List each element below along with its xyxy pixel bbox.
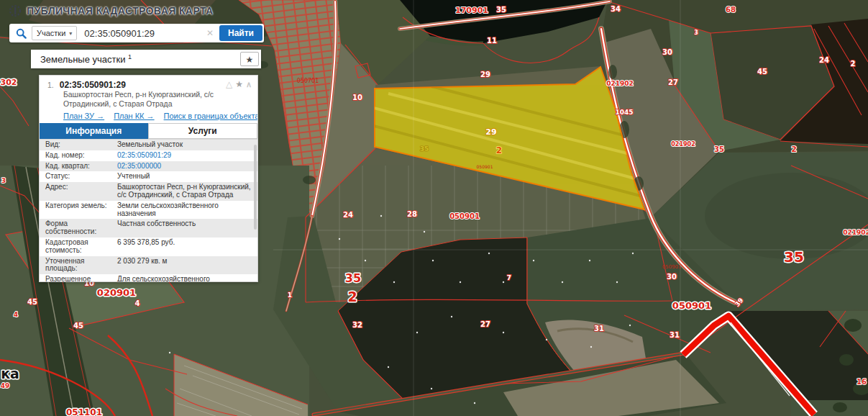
card-tabs: ИнформацияУслуги <box>40 123 257 140</box>
info-value: Земли сельскохозяйственного назначения <box>117 202 257 218</box>
map-label: 27 <box>668 78 678 86</box>
info-value: Башкортостан Респ, р-н Куюргазинский, с/… <box>117 184 257 199</box>
collapse-chevron-icon[interactable]: ∧ <box>246 80 252 89</box>
map-label: 35 <box>496 6 506 14</box>
map-label: 050901 <box>672 300 711 311</box>
plan-zu-link[interactable]: План ЗУ → <box>63 112 104 120</box>
info-label: Статус: <box>40 173 117 181</box>
map-label: 2 <box>851 60 856 68</box>
map-label: 021902 <box>843 229 868 236</box>
search-submit-button[interactable]: Найти <box>219 25 262 41</box>
map-label: 30 <box>662 48 672 56</box>
map-label: 170901 <box>455 6 488 15</box>
info-row: Кад. номер:02:35:050901:29 <box>40 150 257 161</box>
favorite-star-icon[interactable]: ★ <box>235 79 243 89</box>
info-row: Форма собственности:Частная собственност… <box>40 219 257 238</box>
info-row: Категория земель:Земли сельскохозяйствен… <box>40 201 257 220</box>
map-label: 4 <box>14 311 18 318</box>
info-value: Земельный участок <box>117 141 257 149</box>
search-category-dropdown[interactable]: Участки ▾ <box>32 26 77 40</box>
map-label: 3 <box>694 30 698 36</box>
map-label: 45 <box>73 322 83 330</box>
cadastral-link[interactable]: 02:35:050901:29 <box>117 152 257 160</box>
map-label: 35 <box>420 145 429 153</box>
map-label: 050901 <box>477 164 493 169</box>
search-icon[interactable] <box>16 28 27 39</box>
info-value: 2 030 279 кв. м <box>117 258 257 273</box>
tab-information[interactable]: Информация <box>40 123 148 139</box>
map-label: 34 <box>611 5 621 13</box>
info-label: Уточненная площадь: <box>40 258 117 273</box>
app-title: ПУБЛИЧНАЯ КАДАСТРОВАЯ КАРТА <box>27 5 214 17</box>
info-label: Кад. квартал: <box>40 163 117 171</box>
result-index: 1. <box>47 81 54 89</box>
map-label: 45 <box>757 68 767 76</box>
map-label: 45 <box>27 298 37 306</box>
info-value: Частная собственность <box>117 220 257 236</box>
clear-search-icon[interactable]: ✕ <box>206 28 214 38</box>
map-label: 050901 <box>662 264 682 270</box>
search-bar: Участки ▾ ✕ Найти <box>9 24 264 42</box>
info-label: Вид: <box>40 141 117 149</box>
map-label: 29 <box>485 127 496 137</box>
info-row: Вид:Земельный участок <box>40 140 257 150</box>
search-category-label: Участки <box>37 29 65 37</box>
parcel-address-line1: Башкортостан Респ, р-н Куюргазинский, с/… <box>63 90 252 99</box>
warning-triangle-icon[interactable]: △ <box>226 79 232 89</box>
info-table: Вид:Земельный участокКад. номер:02:35:05… <box>40 140 257 282</box>
map-label: ка <box>1 366 19 381</box>
results-panel-header: Земельные участки 1 ★ <box>31 50 261 68</box>
cadastral-number[interactable]: 02:35:050901:29 <box>60 80 126 90</box>
info-value: Учтенный <box>117 173 257 181</box>
chevron-down-icon: ▾ <box>69 30 72 37</box>
map-label: 28 <box>407 210 417 218</box>
map-label: 021902 <box>671 141 695 148</box>
map-label: 1045 <box>615 109 633 116</box>
map-label: 7 <box>507 274 511 281</box>
map-label: 051101 <box>66 407 102 416</box>
info-value: 6 395 378,85 руб. <box>117 239 257 255</box>
map-label: 31 <box>594 325 604 333</box>
info-label: Адрес: <box>40 184 117 199</box>
tab-services[interactable]: Услуги <box>148 123 258 139</box>
map-label: 4 <box>135 299 140 307</box>
map-label: 35 <box>784 248 804 266</box>
map-label: 32 <box>352 321 362 329</box>
map-label: 1 <box>288 291 292 299</box>
map-label: 16 <box>856 378 867 386</box>
info-row: Адрес:Башкортостан Респ, р-н Куюргазинск… <box>40 182 257 201</box>
map-label: 29 <box>480 71 490 78</box>
parcel-card: 1. 02:35:050901:29 △ ★ ∧ Башкортостан Ре… <box>39 75 258 282</box>
search-in-bounds-link[interactable]: Поиск в границах объекта → <box>164 112 258 120</box>
info-label: Кад. номер: <box>40 152 117 160</box>
map-label: 2 <box>791 145 797 154</box>
info-row: Разрешенное использование:Для сельскохоз… <box>40 274 257 282</box>
card-scrollbar[interactable] <box>254 145 257 230</box>
map-label: 35 <box>714 145 724 153</box>
map-label: 68 <box>726 6 736 14</box>
public-cadastral-map-app: 1709013534681129021902302745242310451005… <box>0 0 868 416</box>
map-label: 11 <box>487 37 497 45</box>
cadastral-link[interactable]: 02:35:000000 <box>117 163 257 171</box>
search-input[interactable] <box>83 27 201 40</box>
map-label: 020901 <box>97 287 136 298</box>
map-label: 24 <box>819 56 829 64</box>
info-label: Разрешенное использование: <box>40 276 117 282</box>
map-label: 27 <box>480 320 490 328</box>
map-label: 10 <box>352 94 362 101</box>
map-label: 30 <box>667 273 677 281</box>
map-label: 2 <box>496 145 502 155</box>
map-label: 021902 <box>606 80 634 87</box>
info-row: Кадастровая стоимость:6 395 378,85 руб. <box>40 238 257 256</box>
card-links: План ЗУ →План КК →Поиск в границах объек… <box>63 112 252 120</box>
info-label: Форма собственности: <box>40 220 117 236</box>
map-label: 302 <box>1 78 17 87</box>
info-row: Кад. квартал:02:35:000000 <box>40 161 257 172</box>
plan-kk-link[interactable]: План КК → <box>114 112 154 120</box>
map-label: 3 <box>1 177 6 184</box>
results-title: Земельные участки 1 <box>40 53 240 65</box>
info-row: Статус:Учтенный <box>40 171 257 182</box>
favorites-star-button[interactable]: ★ <box>240 52 259 66</box>
map-label: 24 <box>343 211 353 219</box>
app-header: ПУБЛИЧНАЯ КАДАСТРОВАЯ КАРТА <box>9 4 214 17</box>
